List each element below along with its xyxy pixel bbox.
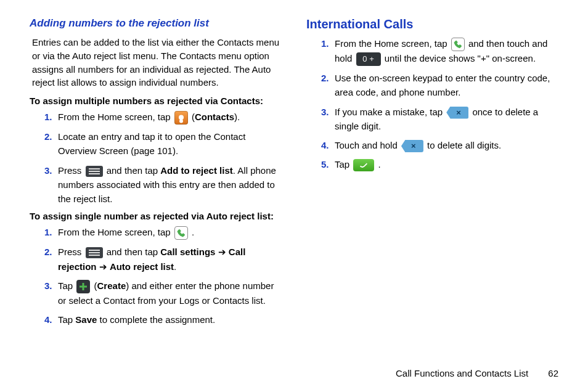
step-text: . <box>174 261 176 272</box>
left-heading: Adding numbers to the rejection list <box>30 17 282 30</box>
step-text: to complete the assignment. <box>97 314 215 325</box>
step-b1: 1. From the Home screen, tap . <box>44 225 282 240</box>
right-heading: International Calls <box>306 17 558 31</box>
step-text: Locate an entry and tap it to open the C… <box>58 131 245 156</box>
plus-icon <box>76 280 90 293</box>
step-number: 3. <box>321 105 329 119</box>
right-list: 1. From the Home screen, tap and then to… <box>306 36 558 172</box>
step-text: to delete all digits. <box>427 140 501 150</box>
step-text: ). <box>234 112 240 122</box>
page-footer: Call Functions and Contacts List 62 <box>396 368 558 378</box>
step-text: ) and either enter the phone number or s… <box>58 280 274 306</box>
step-text: Use the on-screen keypad to enter the co… <box>335 73 550 97</box>
step-number: 4. <box>321 138 329 152</box>
step-text: and then tap <box>107 247 161 257</box>
auto-reject-list-label: Auto reject list <box>110 261 174 272</box>
contacts-icon <box>174 111 188 125</box>
step-b4: 4. Tap Save to complete the assignment. <box>44 312 282 327</box>
section-b-title: To assign single number as rejected via … <box>30 211 282 221</box>
right-column: International Calls 1. From the Home scr… <box>306 17 558 332</box>
phone-icon <box>451 38 465 51</box>
step-text: If you make a mistake, tap <box>335 107 445 117</box>
step-r4: 4. Touch and hold to delete all digits. <box>321 138 558 152</box>
step-number: 1. <box>44 225 52 239</box>
section-b-list: 1. From the Home screen, tap . 2. Press … <box>30 225 282 327</box>
step-number: 1. <box>321 36 329 51</box>
step-b2: 2. Press and then tap Call settings ➔ Ca… <box>44 245 282 274</box>
step-number: 3. <box>44 279 52 293</box>
step-number: 4. <box>44 312 52 327</box>
step-number: 2. <box>44 245 52 259</box>
step-text: Tap <box>335 159 352 169</box>
page-columns: Adding numbers to the rejection list Ent… <box>30 17 558 332</box>
section-a-list: 1. From the Home screen, tap (Contacts).… <box>30 110 282 206</box>
save-label: Save <box>75 314 97 325</box>
step-text: Tap <box>58 314 75 325</box>
step-text: . <box>192 227 194 237</box>
step-text: and then tap <box>107 165 161 176</box>
section-a-title: To assign multiple numbers as rejected v… <box>30 96 282 106</box>
call-settings-label: Call settings <box>160 247 215 257</box>
step-b3: 3. Tap (Create) and either enter the pho… <box>44 279 282 308</box>
step-r1: 1. From the Home screen, tap and then to… <box>321 36 558 66</box>
footer-section: Call Functions and Contacts List <box>396 368 528 378</box>
step-text: . <box>378 159 381 169</box>
step-text: From the Home screen, tap <box>335 38 450 49</box>
step-text: Touch and hold <box>335 140 400 150</box>
step-text: Press <box>58 165 84 176</box>
step-a2: 2. Locate an entry and tap it to open th… <box>44 129 282 158</box>
arrow-icon: ➔ <box>215 247 228 257</box>
step-number: 5. <box>321 157 329 171</box>
add-to-reject-label: Add to reject list <box>160 165 233 176</box>
menu-icon <box>86 247 103 258</box>
step-number: 2. <box>44 129 52 144</box>
backspace-icon <box>401 140 423 152</box>
backspace-icon <box>446 107 468 119</box>
step-text: From the Home screen, tap <box>58 227 173 237</box>
step-a1: 1. From the Home screen, tap (Contacts). <box>44 110 282 125</box>
left-intro: Entries can be added to the list via eit… <box>32 36 282 89</box>
menu-icon <box>86 166 103 177</box>
step-r2: 2. Use the on-screen keypad to enter the… <box>321 71 558 100</box>
create-label: Create <box>97 280 126 291</box>
step-text: Press <box>58 247 84 257</box>
step-a3: 3. Press and then tap Add to reject list… <box>44 163 282 206</box>
arrow-icon: ➔ <box>97 261 110 272</box>
phone-icon <box>174 226 188 240</box>
step-r3: 3. If you make a mistake, tap once to de… <box>321 105 558 134</box>
page-number: 62 <box>548 368 558 378</box>
zero-key-icon: 0 + <box>356 52 381 66</box>
step-number: 1. <box>44 110 52 124</box>
contacts-label: Contacts <box>195 112 234 122</box>
step-number: 2. <box>321 71 329 85</box>
step-number: 3. <box>44 163 52 178</box>
left-column: Adding numbers to the rejection list Ent… <box>30 17 282 332</box>
step-text: From the Home screen, tap <box>58 112 173 122</box>
step-r5: 5. Tap . <box>321 157 558 171</box>
step-text: Tap <box>58 280 75 291</box>
step-text: until the device shows "+" on-screen. <box>385 53 536 63</box>
call-button-icon <box>353 159 374 171</box>
